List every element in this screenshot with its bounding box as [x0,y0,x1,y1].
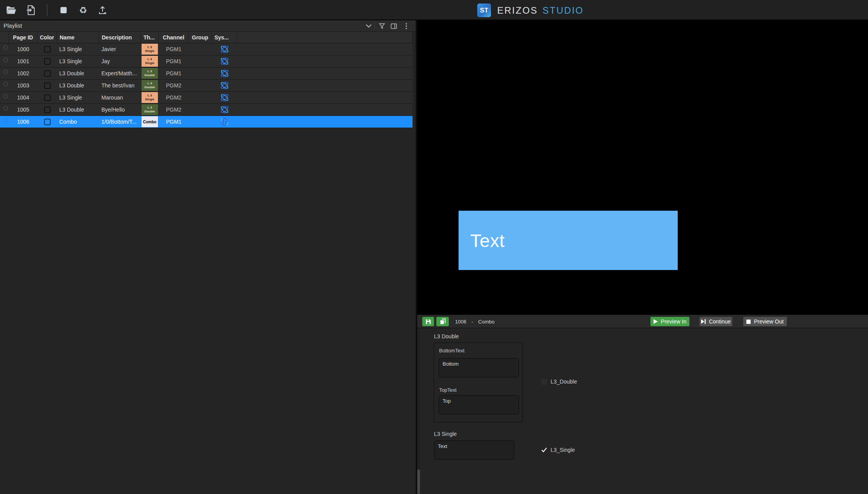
cell-page-id: 1004 [9,92,37,103]
cell-group [189,116,212,128]
stop-icon[interactable] [58,4,69,16]
column-header-color[interactable]: Color [37,32,57,43]
form-scrollbar[interactable] [417,328,420,494]
filter-funnel-icon[interactable] [377,22,386,30]
playlist-row[interactable]: 1004L3 SingleMarouanL 3SinglePGM2 [0,92,413,104]
checkmark-icon [541,447,547,453]
column-header-selector[interactable] [0,32,9,43]
open-folder-icon[interactable] [5,4,17,16]
cell-color [37,55,57,67]
form-scrollbar-thumb[interactable] [417,469,420,494]
column-header-name[interactable]: Name [57,32,99,43]
row-radio[interactable] [4,58,8,62]
row-color-checkbox[interactable] [44,58,51,65]
collapse-chevron-icon[interactable] [364,22,373,30]
cell-color [37,92,57,103]
row-color-checkbox[interactable] [44,94,51,101]
playlist-row[interactable]: 1006Combo1/0/Bottom/T...ComboPGM1 [0,116,413,128]
atom-icon [220,69,230,78]
recycle-icon[interactable]: ♻ [77,4,89,16]
atom-icon [220,105,230,114]
row-color-checkbox[interactable] [44,82,51,89]
playlist-row[interactable]: 1003L3 DoubleThe best/IvanL 3DoublePGM2 [0,80,413,92]
l3-single-text-input[interactable]: Text [434,441,514,460]
cell-group [189,104,212,116]
cell-thumbnail: L 3Single [141,43,159,55]
row-radio[interactable] [4,46,8,50]
cell-thumbnail: L 3Single [141,92,159,103]
row-color-checkbox[interactable] [44,119,51,125]
cell-description: Jay [99,55,141,67]
l3-single-checkbox[interactable] [541,447,547,453]
cell-description: Marouan [99,92,141,103]
save-as-copy-button[interactable] [436,317,449,326]
column-header-sys-[interactable]: Sys... [212,32,237,43]
toptext-input[interactable]: Top [439,395,519,414]
cell-channel: PGM1 [159,68,189,79]
playlist-row[interactable]: 1005L3 DoubleBye/HelloL 3DoublePGM2 [0,104,413,116]
side-panel-icon[interactable] [390,22,398,30]
preview-out-button[interactable]: Preview Out [743,317,787,326]
column-header-channel[interactable]: Channel [159,32,189,43]
atom-icon [220,81,230,90]
atom-icon [220,57,230,66]
row-radio[interactable] [4,70,8,74]
main-toolbar: ♻ [5,0,108,20]
erizos-studio-window: ♻ ST ERIZOS STUDIO Playlist [0,0,868,494]
cell-row-selector [0,55,9,67]
l3-double-checkbox[interactable] [541,379,547,385]
row-radio[interactable] [4,106,8,110]
row-color-checkbox[interactable] [44,70,51,77]
row-color-checkbox[interactable] [44,46,51,53]
bottomtext-input[interactable]: Bottom [439,358,519,377]
template-form-area: L3 Double BottomText Bottom TopText Top … [417,328,868,494]
cell-row-selector [0,92,9,103]
cell-row-selector [0,43,9,55]
kebab-menu-icon[interactable] [402,22,411,30]
column-header-page-id[interactable]: Page ID [9,32,37,43]
cell-page-id: 1003 [9,80,37,91]
template-thumbnail-badge: L 3Double [142,104,158,115]
playlist-titlebar: Playlist [0,20,416,32]
cell-color [37,68,57,79]
cell-channel: PGM1 [159,55,189,67]
playlist-row[interactable]: 1002L3 DoubleExpert/Matth...L 3DoublePGM… [0,68,413,80]
current-page-id: 1006 [455,319,466,325]
row-radio[interactable] [4,82,8,86]
cell-name: L3 Double [57,80,99,91]
editor-control-bar: 1006 - Combo Preview In Continue Preview… [417,315,868,328]
cell-name: L3 Single [57,43,99,55]
cell-row-selector [0,68,9,79]
template-thumbnail-badge: Combo [142,116,158,127]
playlist-title: Playlist [4,22,22,29]
preview-out-label: Preview Out [754,318,783,325]
skip-next-icon [701,319,706,324]
row-color-checkbox[interactable] [44,107,51,113]
cell-name: L3 Single [57,92,99,103]
continue-button[interactable]: Continue [700,317,732,326]
playlist-row[interactable]: 1001L3 SingleJayL 3SinglePGM1 [0,55,413,68]
preview-canvas: Text [417,20,868,315]
import-page-icon[interactable] [25,4,37,16]
toptext-label: TopText [439,387,457,393]
preview-in-label: Preview In [661,318,686,325]
publish-upload-icon[interactable] [97,4,108,16]
cell-system [212,68,237,79]
preview-in-button[interactable]: Preview In [650,317,689,326]
save-button[interactable] [422,317,434,326]
column-header-th-[interactable]: Th... [141,32,159,43]
row-radio[interactable] [4,94,8,98]
column-header-group[interactable]: Group [189,32,212,43]
top-bar: ♻ ST ERIZOS STUDIO [0,0,868,20]
cell-thumbnail: Combo [141,116,159,128]
row-radio[interactable] [4,118,8,123]
cell-system [212,104,237,116]
play-icon [654,319,658,324]
cell-channel: PGM2 [159,80,189,91]
cell-color [37,43,57,55]
column-header-description[interactable]: Description [99,32,141,43]
cell-group [189,43,212,55]
cell-page-id: 1000 [9,43,37,55]
current-page-name: Combo [478,319,494,325]
playlist-row[interactable]: 1000L3 SingleJavierL 3SinglePGM1 [0,43,413,55]
